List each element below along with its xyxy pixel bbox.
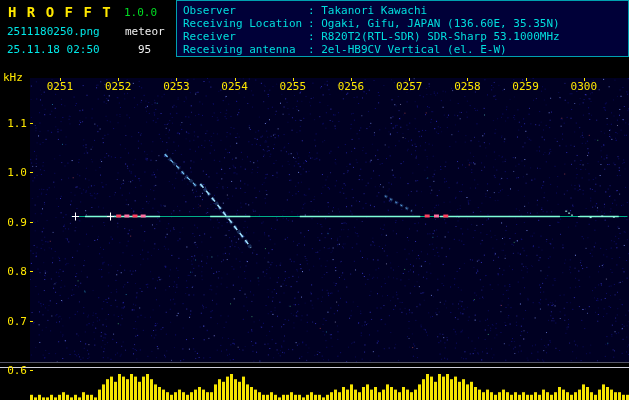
x-axis-tick-label: 0259 — [506, 80, 546, 93]
x-axis-tick-label: 0257 — [389, 80, 429, 93]
y-axis-tick-label: 0.8 — [0, 265, 27, 278]
datetime-label: 25.11.18 02:50 — [7, 43, 100, 56]
station-info-row: Receiver: R820T2(RTL-SDR) SDR-Sharp 53.1… — [183, 30, 628, 43]
echo-count: 95 — [138, 43, 151, 56]
info-label: Receiver — [183, 30, 308, 43]
x-axis-tick-label: 0252 — [98, 80, 138, 93]
output-filename: 2511180250.png — [7, 25, 100, 38]
app-version: 1.0.0 — [124, 6, 157, 19]
y-axis-tick-label: 1.1 — [0, 117, 27, 130]
mode-label: meteor — [125, 25, 165, 38]
info-value: : Takanori Kawachi — [308, 4, 628, 17]
y-axis-tick-label: 0.6 — [0, 364, 27, 377]
station-info-row: Observer: Takanori Kawachi — [183, 4, 628, 17]
info-value: : Ogaki, Gifu, JAPAN (136.60E, 35.35N) — [308, 17, 628, 30]
x-axis-tick-label: 0254 — [215, 80, 255, 93]
app-title: H R O F F T — [8, 4, 112, 20]
y-axis-tick-label: 0.9 — [0, 216, 27, 229]
x-axis-tick-label: 0300 — [564, 80, 604, 93]
x-axis-tick-label: 0251 — [40, 80, 80, 93]
x-axis-tick-label: 0256 — [331, 80, 371, 93]
station-info-row: Receiving antenna: 2el-HB9CV Vertical (e… — [183, 43, 628, 56]
info-label: Receiving Location — [183, 17, 308, 30]
x-axis-tick-label: 0253 — [156, 80, 196, 93]
x-axis-tick-label: 0255 — [273, 80, 313, 93]
info-value: : 2el-HB9CV Vertical (el. E-W) — [308, 43, 628, 56]
station-info-panel: Observer: Takanori KawachiReceiving Loca… — [176, 0, 629, 57]
info-label: Observer — [183, 4, 308, 17]
y-axis-tick-label: 1.0 — [0, 166, 27, 179]
spectrogram-canvas — [0, 0, 629, 400]
y-axis-unit-label: kHz — [3, 71, 23, 84]
station-info-row: Receiving Location: Ogaki, Gifu, JAPAN (… — [183, 17, 628, 30]
info-label: Receiving antenna — [183, 43, 308, 56]
hrofft-screen: H R O F F T 1.0.0 2511180250.png meteor … — [0, 0, 629, 400]
y-axis-tick-label: 0.7 — [0, 315, 27, 328]
x-axis-tick-label: 0258 — [447, 80, 487, 93]
info-value: : R820T2(RTL-SDR) SDR-Sharp 53.1000MHz — [308, 30, 628, 43]
